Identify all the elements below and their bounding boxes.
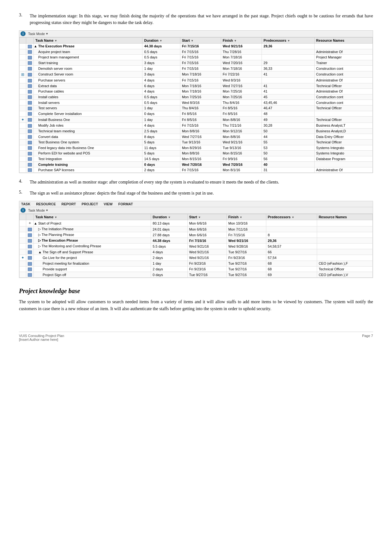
predecessors-cell: 56 — [262, 156, 315, 162]
task-name-cell[interactable]: Purchase servers — [34, 77, 142, 83]
duration-cell: 5 days — [142, 151, 180, 156]
col-task-name[interactable]: Task Name ▼ — [34, 38, 142, 44]
task-name-cell[interactable]: Test Business One system — [34, 139, 142, 145]
menu-format[interactable]: FORMAT — [118, 202, 133, 206]
gantt-table-1: i Task Mode ▼ Task Name ▼ Duration ▼ Sta… — [19, 30, 373, 173]
task-name-cell-2[interactable]: ▷ The Initiation Phrase — [34, 226, 151, 232]
task-name-cell-2[interactable]: ▲ Start of Project — [34, 220, 151, 226]
execution-table: Task Name ▼ Duration ▼ Start ▼ Finish ▼ … — [19, 37, 373, 173]
menu-project[interactable]: PROJECT — [81, 202, 98, 206]
task-name-cell[interactable]: Install servers — [34, 100, 142, 105]
task-name-cell[interactable]: Install Business One — [34, 117, 142, 123]
task-name-cell[interactable]: Test servers — [34, 105, 142, 111]
task-icon-2 — [28, 250, 32, 254]
task-name-cell[interactable]: Extract data — [34, 83, 142, 89]
predecessors-cell: 40 — [262, 162, 315, 167]
duration-cell-2: 0 days — [151, 272, 188, 278]
task-name-cell-2[interactable]: Go Live for the project — [34, 255, 151, 261]
row2-icon-cell — [26, 255, 34, 261]
start-cell: Fri 7/15/16 — [180, 60, 221, 66]
col2-duration[interactable]: Duration ▼ — [151, 214, 188, 220]
task-name-cell[interactable]: Start training — [34, 60, 142, 66]
footer-author: [Insert Author name here] — [19, 338, 64, 341]
duration-cell: 0.5 days — [142, 49, 180, 55]
task-name-cell[interactable]: Demolish server room — [34, 66, 142, 71]
info-button[interactable]: i — [21, 31, 26, 36]
col-predecessors[interactable]: Predecessors ▼ — [262, 38, 315, 44]
menu-report[interactable]: REPORT — [61, 202, 76, 206]
start-cell: Mon 8/8/16 — [180, 128, 221, 134]
task-name-cell[interactable]: Feed legacy data into Business One — [34, 145, 142, 151]
task-name-cell-2[interactable]: ▷ The Planning Phrase — [34, 232, 151, 238]
start-cell-2: Fri 9/23/16 — [187, 261, 226, 267]
row-icon-cell — [26, 162, 34, 167]
predecessors-cell: 31 — [262, 167, 315, 173]
task-name-cell[interactable]: Technical team meeting — [34, 128, 142, 134]
task-icon-2 — [28, 228, 32, 231]
row-icon-cell — [26, 123, 34, 129]
table-row: ✦▲ Start of Project80.13 daysMon 6/6/16M… — [20, 220, 373, 226]
duration-cell: 3 days — [142, 71, 180, 77]
task-name-cell[interactable]: Purchase cables — [34, 89, 142, 94]
col-start[interactable]: Start ▼ — [180, 38, 221, 44]
task-icon — [28, 146, 32, 150]
row2-indicator — [20, 226, 26, 232]
predecessors-cell: 30,28 — [262, 123, 315, 129]
task-mode-arrow-2: ▼ — [45, 209, 48, 212]
task-name-cell[interactable]: Install cables — [34, 94, 142, 100]
task-icon — [28, 90, 32, 93]
col-duration[interactable]: Duration ▼ — [142, 38, 180, 44]
task-name-cell[interactable]: Modify Job roles — [34, 123, 142, 129]
task-mode-selector-2[interactable]: Task Mode ▼ — [28, 208, 48, 212]
resources-cell: Technical Officer — [314, 117, 372, 123]
task-name-cell-2[interactable]: Provide support — [34, 266, 151, 272]
resources-cell: Construction cont — [314, 100, 372, 105]
task-name-cell[interactable]: Construct Server room — [34, 71, 142, 77]
menu-view[interactable]: VIEW — [104, 202, 112, 206]
task-name-cell-2[interactable]: Project Sign off — [34, 272, 151, 278]
finish-cell-2: Mon 7/11/16 — [226, 226, 266, 232]
task-name-cell[interactable]: Complete training — [34, 162, 142, 167]
row-indicator — [20, 49, 26, 55]
duration-cell: 0 days — [142, 162, 180, 167]
col2-icon — [26, 214, 34, 220]
col2-finish[interactable]: Finish ▼ — [226, 214, 266, 220]
task-name-cell[interactable]: Test Integration — [34, 156, 142, 162]
task-name-cell[interactable]: Complete Server installation — [34, 111, 142, 117]
task-name-cell[interactable]: ▲ The Execution Phrase — [34, 44, 142, 49]
col-finish[interactable]: Finish ▼ — [221, 38, 262, 44]
duration-cell: 44.38 days — [142, 44, 180, 49]
task-name-cell-2[interactable]: ▲ The Sign off and Support Phrase — [34, 249, 151, 255]
gantt-table-2: TASK RESOURCE REPORT PROJECT VIEW FORMAT… — [19, 201, 373, 278]
table-row: Purchase SAP licenses2 daysFri 7/15/16Mo… — [20, 167, 373, 173]
resources-cell: Trainer — [314, 60, 372, 66]
task-name-cell[interactable]: Purchase SAP licenses — [34, 167, 142, 173]
info-button-2[interactable]: i — [21, 208, 26, 213]
row-indicator — [20, 105, 26, 111]
resources-cell — [314, 162, 372, 167]
finish-cell: Fri 9/9/16 — [221, 156, 262, 162]
finish-cell: Fri 7/22/16 — [221, 71, 262, 77]
predecessors-cell-2: 66 — [266, 249, 317, 255]
start-cell-2: Mon 6/6/16 — [187, 226, 226, 232]
duration-cell: 0.5 days — [142, 55, 180, 60]
task-mode-selector[interactable]: Task Mode ▼ — [28, 32, 48, 36]
task-name-cell-2[interactable]: ▷ The Monitoring and Controlling Phrase — [34, 244, 151, 249]
task-name-cell-2[interactable]: ▷ The Execution Phrase — [34, 238, 151, 244]
row-indicator — [20, 111, 26, 117]
col-indicator — [20, 38, 26, 44]
task-name-cell[interactable]: Perform EDI for website and POS — [34, 151, 142, 156]
task-icon — [28, 107, 32, 110]
col2-start[interactable]: Start ▼ — [187, 214, 226, 220]
row2-icon-cell — [26, 238, 34, 244]
menu-resource[interactable]: RESOURCE — [36, 202, 56, 206]
task-name-cell[interactable]: Project team management — [34, 55, 142, 60]
task-name-cell[interactable]: Acquire project team — [34, 49, 142, 55]
menu-task[interactable]: TASK — [21, 202, 30, 206]
row2-indicator — [20, 238, 26, 244]
col2-task-name[interactable]: Task Name ▼ — [34, 214, 151, 220]
task-name-cell-2[interactable]: Project meeting for finalization — [34, 261, 151, 267]
task-icon — [28, 45, 32, 48]
task-name-cell[interactable]: Convert data — [34, 134, 142, 140]
col2-predecessors[interactable]: Predecessors ▼ — [266, 214, 317, 220]
